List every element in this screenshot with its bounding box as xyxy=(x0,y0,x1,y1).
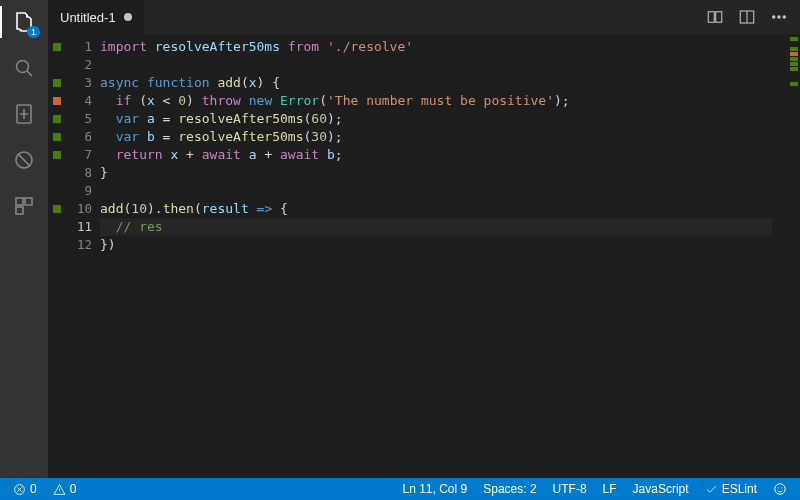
status-eslint[interactable]: ESLint xyxy=(700,478,762,500)
line-number: 6 xyxy=(66,128,92,146)
svg-point-10 xyxy=(778,16,780,18)
code-line[interactable] xyxy=(100,182,786,200)
line-number: 4 xyxy=(66,92,92,110)
status-bar: 0 0 Ln 11, Col 9 Spaces: 2 UTF-8 LF Java… xyxy=(0,478,800,500)
current-line-highlight xyxy=(100,218,772,236)
status-line-col[interactable]: Ln 11, Col 9 xyxy=(398,478,473,500)
split-editor-icon[interactable] xyxy=(738,8,756,26)
token-kw-decl: => xyxy=(249,201,280,216)
glyph-margin-cell[interactable] xyxy=(48,56,66,74)
overview-mark xyxy=(790,82,798,86)
explorer-badge: 1 xyxy=(27,26,40,38)
token-num: 30 xyxy=(311,129,327,144)
token-num: 0 xyxy=(178,93,186,108)
glyph-margin-cell[interactable] xyxy=(48,182,66,200)
token-num: 60 xyxy=(311,111,327,126)
editor-body[interactable]: 123456789101112 import resolveAfter50ms … xyxy=(48,34,800,478)
activity-search-icon[interactable] xyxy=(10,54,38,82)
token-ident: a xyxy=(147,111,155,126)
svg-rect-4 xyxy=(25,198,32,205)
glyph-margin-cell[interactable] xyxy=(48,218,66,236)
overview-mark xyxy=(790,62,798,66)
glyph-margin-cell[interactable] xyxy=(48,74,66,92)
token-punc: ( xyxy=(139,93,147,108)
token-punc: ); xyxy=(327,111,343,126)
token-ident: result xyxy=(202,201,249,216)
glyph-margin-cell[interactable] xyxy=(48,110,66,128)
more-actions-icon[interactable] xyxy=(770,8,788,26)
code-area[interactable]: import resolveAfter50ms from './resolve'… xyxy=(100,34,786,478)
breakpoint-green-icon xyxy=(53,205,61,213)
glyph-margin-cell[interactable] xyxy=(48,236,66,254)
token-fn: resolveAfter50ms xyxy=(178,111,303,126)
status-encoding[interactable]: UTF-8 xyxy=(548,478,592,500)
breakpoint-green-icon xyxy=(53,151,61,159)
line-number: 9 xyxy=(66,182,92,200)
line-number: 3 xyxy=(66,74,92,92)
status-feedback-icon[interactable] xyxy=(768,478,792,500)
token-punc: < xyxy=(155,93,178,108)
glyph-margin-cell[interactable] xyxy=(48,164,66,182)
svg-point-13 xyxy=(775,484,786,495)
overview-ruler[interactable] xyxy=(786,34,800,478)
token-ident: b xyxy=(147,129,155,144)
app-root: 1 Untitled-1 xyxy=(0,0,800,500)
glyph-margin-cell[interactable] xyxy=(48,92,66,110)
tab-dirty-dot-icon xyxy=(124,13,132,21)
line-number: 8 xyxy=(66,164,92,182)
token-kw-decl: new xyxy=(249,93,280,108)
token-fn: then xyxy=(163,201,194,216)
token-punc: ( xyxy=(194,201,202,216)
token-cls: Error xyxy=(280,93,319,108)
code-line[interactable]: } xyxy=(100,164,786,182)
token-punc: }) xyxy=(100,237,116,252)
tab-untitled-1[interactable]: Untitled-1 xyxy=(48,0,145,34)
token-punc: ( xyxy=(319,93,327,108)
activity-extensions-icon[interactable] xyxy=(10,192,38,220)
line-number-column: 123456789101112 xyxy=(66,34,100,478)
activity-explorer-icon[interactable]: 1 xyxy=(10,8,38,36)
line-number: 12 xyxy=(66,236,92,254)
token-punc: ) xyxy=(186,93,202,108)
status-warnings[interactable]: 0 xyxy=(48,478,82,500)
code-line[interactable]: return x + await a + await b; xyxy=(100,146,786,164)
token-punc xyxy=(100,147,116,162)
token-punc: ( xyxy=(241,75,249,90)
activity-scm-icon[interactable] xyxy=(10,100,38,128)
code-line[interactable]: async function add(x) { xyxy=(100,74,786,92)
token-punc: { xyxy=(280,201,288,216)
code-line[interactable]: add(10).then(result => { xyxy=(100,200,786,218)
glyph-margin-cell[interactable] xyxy=(48,146,66,164)
svg-rect-7 xyxy=(716,12,722,23)
token-kw-decl: function xyxy=(147,75,217,90)
status-spaces[interactable]: Spaces: 2 xyxy=(478,478,541,500)
code-line[interactable]: }) xyxy=(100,236,786,254)
overview-mark xyxy=(790,47,798,51)
activity-debug-icon[interactable] xyxy=(10,146,38,174)
code-line[interactable]: import resolveAfter50ms from './resolve' xyxy=(100,38,786,56)
status-language[interactable]: JavaScript xyxy=(628,478,694,500)
token-kw-await: await xyxy=(280,147,327,162)
token-punc: = xyxy=(155,129,178,144)
token-punc: + xyxy=(257,147,280,162)
status-eol[interactable]: LF xyxy=(598,478,622,500)
glyph-margin-cell[interactable] xyxy=(48,200,66,218)
line-number: 7 xyxy=(66,146,92,164)
code-line[interactable]: var b = resolveAfter50ms(30); xyxy=(100,128,786,146)
code-line[interactable]: if (x < 0) throw new Error('The number m… xyxy=(100,92,786,110)
compare-changes-icon[interactable] xyxy=(706,8,724,26)
tab-bar: Untitled-1 xyxy=(48,0,800,34)
glyph-margin-cell[interactable] xyxy=(48,128,66,146)
token-str: 'The number must be positive' xyxy=(327,93,554,108)
status-errors-count: 0 xyxy=(30,482,37,496)
token-str: './resolve' xyxy=(327,39,413,54)
overview-mark xyxy=(790,67,798,71)
tab-actions xyxy=(694,0,800,34)
status-errors[interactable]: 0 xyxy=(8,478,42,500)
token-punc: ; xyxy=(335,147,343,162)
code-line[interactable] xyxy=(100,56,786,74)
svg-point-0 xyxy=(17,61,29,73)
token-kw-await: await xyxy=(202,147,249,162)
glyph-margin-cell[interactable] xyxy=(48,38,66,56)
code-line[interactable]: var a = resolveAfter50ms(60); xyxy=(100,110,786,128)
